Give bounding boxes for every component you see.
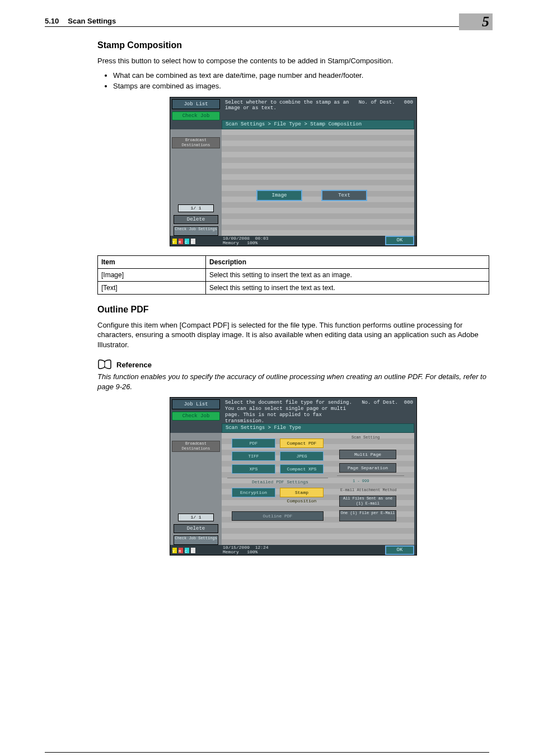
detailed-pdf-label: Detailed PDF Settings	[252, 479, 308, 484]
broadcast-destinations-button[interactable]: Broadcast Destinations	[172, 137, 220, 148]
section-title: Scan Settings	[68, 17, 116, 25]
tiff-button[interactable]: TIFF	[232, 451, 275, 461]
stamp-composition-button[interactable]: Stamp Composition	[280, 488, 324, 497]
check-job-tab[interactable]: Check Job	[172, 412, 220, 421]
stamp-composition-heading: Stamp Composition	[97, 40, 489, 50]
toner-indicator: Y M C K	[172, 547, 219, 553]
page-footer: bizhub C360/C280/C220 5-42	[45, 752, 489, 756]
hint-text: Select the document file type for sendin…	[222, 398, 362, 422]
text-button[interactable]: Text	[321, 190, 367, 201]
dest-count: No. of Dest. 000	[359, 97, 416, 119]
chapter-badge: 5	[459, 13, 493, 30]
pdf-button[interactable]: PDF	[232, 438, 275, 448]
job-list-tab[interactable]: Job List	[172, 399, 220, 409]
table-row: [Text] Select this setting to insert the…	[98, 281, 489, 294]
image-button[interactable]: Image	[256, 190, 302, 201]
dest-label: No. of Dest.	[359, 100, 395, 105]
hint-text: Select whether to combine the stamp as a…	[222, 97, 359, 119]
section-number: 5.10	[45, 17, 59, 25]
bullet-item: What can be combined as text are date/ti…	[113, 71, 489, 81]
stamp-composition-table: Item Description [Image] Select this set…	[97, 255, 489, 295]
job-list-tab[interactable]: Job List	[172, 99, 220, 109]
running-header: 5.10 Scan Settings 5	[45, 17, 489, 27]
status-info: 10/09/2008 00:03 Memory 100%	[223, 236, 269, 245]
page-range-label: 1 - 999	[353, 479, 369, 483]
reference-icon	[97, 360, 112, 370]
dest-count: No. of Dest. 000	[362, 398, 416, 422]
one-file-button[interactable]: One (1) File per E-Mail	[339, 510, 396, 521]
outline-pdf-button[interactable]: Outline PDF	[232, 511, 324, 521]
page-separation-button[interactable]: Page Separation	[339, 463, 396, 473]
encryption-button[interactable]: Encryption	[232, 488, 275, 497]
toner-indicator: Y M C K	[172, 237, 219, 244]
multi-page-button[interactable]: Multi Page	[339, 450, 396, 459]
compact-xps-button[interactable]: Compact XPS	[280, 464, 324, 474]
outline-pdf-para: Configure this item when [Compact PDF] i…	[97, 320, 489, 350]
reference-block: Reference	[97, 360, 489, 370]
breadcrumb: Scan Settings > File Type > Stamp Compos…	[222, 120, 414, 129]
outline-pdf-heading: Outline PDF	[97, 305, 489, 315]
broadcast-destinations-button[interactable]: Broadcast Destinations	[172, 441, 220, 452]
page-counter: 1/ 1	[178, 514, 214, 521]
table-row: [Image] Select this setting to insert th…	[98, 268, 489, 281]
bullet-item: Stamps are combined as images.	[113, 81, 489, 91]
delete-button[interactable]: Delete	[174, 524, 218, 533]
stamp-bullets: What can be combined as text are date/ti…	[97, 71, 489, 91]
ok-button[interactable]: OK	[385, 545, 414, 555]
delete-button[interactable]: Delete	[174, 215, 218, 224]
col-item-header: Item	[98, 255, 206, 268]
ok-button[interactable]: OK	[385, 236, 414, 245]
check-job-settings-button[interactable]: Check Job Settings	[174, 226, 218, 236]
col-desc-header: Description	[206, 255, 489, 268]
all-files-button[interactable]: All Files Sent as one (1) E-mail	[339, 496, 396, 507]
page-counter: 1/ 1	[178, 204, 214, 212]
email-attach-label: E-mail Attachment Method	[340, 488, 397, 492]
stamp-composition-screenshot: Job List Check Job Select whether to com…	[170, 97, 417, 246]
check-job-settings-button[interactable]: Check Job Settings	[174, 535, 218, 545]
reference-label: Reference	[116, 361, 152, 369]
jpeg-button[interactable]: JPEG	[280, 451, 324, 461]
breadcrumb: Scan Settings > File Type	[222, 423, 414, 433]
xps-button[interactable]: XPS	[232, 464, 275, 474]
stamp-intro: Press this button to select how to compo…	[97, 56, 489, 66]
dest-value: 000	[404, 100, 413, 105]
compact-pdf-button[interactable]: Compact PDF	[280, 438, 324, 448]
status-info: 10/15/2009 12:24 Memory 100%	[223, 545, 269, 554]
reference-text: This function enables you to specify the…	[97, 372, 489, 391]
scan-setting-label: Scan Setting	[352, 435, 380, 440]
file-type-screenshot: Job List Check Job Select the document f…	[170, 397, 417, 556]
